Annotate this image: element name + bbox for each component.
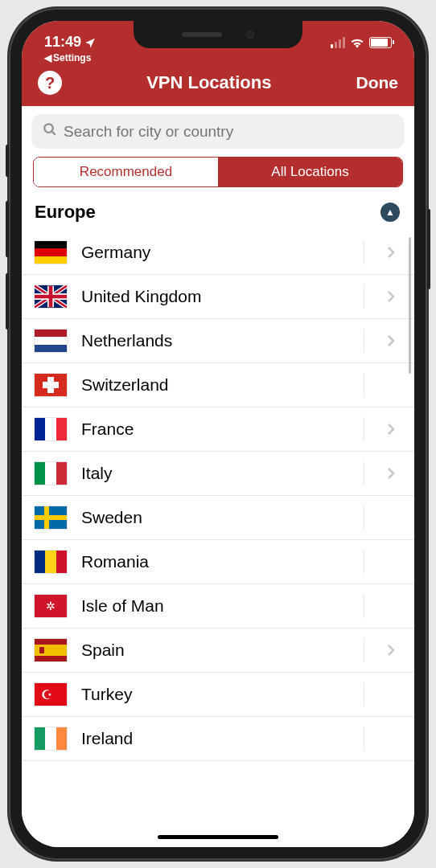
help-button[interactable]: ? [38,71,62,95]
country-name: Germany [81,243,349,262]
content-area: Recommended All Locations Europe ▲ Germa… [22,106,414,847]
flag-icon-es [35,639,67,661]
home-indicator[interactable] [158,835,278,839]
row-separator [364,594,364,618]
cellular-signal-icon [331,37,345,48]
country-row-ie[interactable]: Ireland [22,717,414,761]
country-name: Spain [81,641,349,660]
section-header: Europe ▲ [22,195,414,231]
chevron-right-icon[interactable] [387,246,398,259]
chevron-right-icon[interactable] [387,644,398,657]
row-separator [364,506,364,530]
row-separator [364,727,364,751]
country-row-es[interactable]: Spain [22,628,414,673]
tab-recommended[interactable]: Recommended [34,158,218,186]
location-arrow-icon [84,37,96,48]
country-name: Netherlands [81,331,349,350]
screen: 11:49 ◀ Settings ? [22,21,414,847]
section-title: Europe [35,202,96,223]
chevron-right-icon[interactable] [387,334,398,347]
battery-icon [369,37,392,48]
country-name: Italy [81,464,349,483]
search-input[interactable] [64,123,393,141]
country-row-nl[interactable]: Netherlands [22,319,414,363]
country-row-fr[interactable]: France [22,407,414,452]
country-name: Ireland [81,729,349,748]
row-separator [364,550,364,574]
flag-icon-de [35,241,67,264]
search-icon [43,122,57,141]
chevron-right-icon[interactable] [387,423,398,436]
device-notch [134,21,302,48]
chevron-up-icon: ▲ [385,207,395,218]
flag-icon-ro [35,551,67,573]
back-chevron-icon: ◀ [44,52,51,63]
country-row-tr[interactable]: ☪︎Turkey [22,673,414,717]
country-row-ro[interactable]: Romania [22,540,414,584]
country-row-se[interactable]: Sweden [22,496,414,540]
flag-icon-se [35,506,67,529]
row-separator [364,329,364,353]
wifi-icon [350,37,364,48]
flag-icon-fr [35,418,67,440]
search-box[interactable] [31,114,405,149]
row-separator [364,682,364,706]
tab-all-locations[interactable]: All Locations [218,158,402,186]
country-name: United Kingdom [81,287,349,306]
collapse-button[interactable]: ▲ [380,203,400,222]
phone-frame: 11:49 ◀ Settings ? [9,8,427,860]
flag-icon-im: ✲ [35,595,67,617]
country-row-de[interactable]: Germany [22,231,414,275]
svg-point-0 [44,124,53,133]
country-name: Romania [81,552,349,571]
country-list[interactable]: GermanyUnited KingdomNetherlandsSwitzerl… [22,231,414,847]
scrollbar-indicator [409,237,411,374]
row-separator [364,461,364,485]
country-row-it[interactable]: Italy [22,452,414,496]
country-name: France [81,420,349,439]
status-time: 11:49 [44,34,96,51]
country-name: Turkey [81,685,349,704]
country-row-im[interactable]: ✲Isle of Man [22,584,414,628]
row-separator [364,285,364,309]
flag-icon-nl [35,330,67,352]
flag-icon-tr: ☪︎ [35,683,67,706]
svg-line-1 [51,131,56,135]
country-row-ch[interactable]: Switzerland [22,363,414,407]
country-name: Sweden [81,508,349,527]
flag-icon-ie [35,727,67,750]
country-name: Isle of Man [81,596,349,616]
done-button[interactable]: Done [356,73,399,92]
row-separator [364,240,364,264]
chevron-right-icon[interactable] [387,290,398,303]
location-tabs: Recommended All Locations [33,157,403,187]
flag-icon-ch [35,374,67,396]
chevron-right-icon[interactable] [387,467,398,480]
flag-icon-it [35,462,67,485]
row-separator [364,638,364,662]
flag-icon-uk [35,285,67,308]
page-title: VPN Locations [146,72,271,93]
country-name: Switzerland [81,375,349,395]
row-separator [364,373,364,397]
country-row-uk[interactable]: United Kingdom [22,275,414,319]
back-to-app[interactable]: ◀ Settings [44,52,96,63]
row-separator [364,417,364,441]
